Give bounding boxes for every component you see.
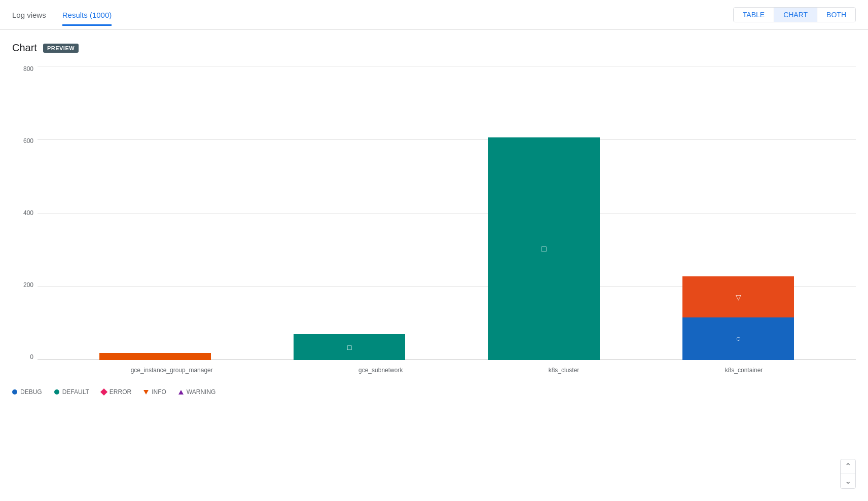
- chart-toggle-button[interactable]: CHART: [774, 8, 817, 22]
- y-label-400: 400: [23, 210, 33, 216]
- bar-segment-debug-k8s-container: ○: [682, 317, 794, 360]
- x-label-k8s-container: k8s_container: [725, 367, 763, 374]
- chart-legend: DEBUG DEFAULT ERROR INFO WARNING: [12, 380, 856, 400]
- y-label-800: 800: [23, 66, 33, 72]
- bar-group-gce-subnetwork: □: [294, 334, 405, 360]
- bar-icon-debug-k8s-container: ○: [736, 334, 741, 343]
- bar-stack-k8s-cluster: □: [488, 137, 600, 360]
- x-label-gce-instance: gce_instance_group_manager: [131, 367, 213, 374]
- y-label-200: 200: [23, 282, 33, 288]
- legend-debug-label: DEBUG: [20, 388, 42, 396]
- bar-group-gce-instance: [99, 353, 211, 360]
- legend-info: INFO: [143, 388, 166, 396]
- legend-info-label: INFO: [152, 388, 166, 396]
- legend-debug: DEBUG: [12, 388, 42, 396]
- bar-segment-info-gce-instance: [99, 353, 211, 360]
- both-toggle-button[interactable]: BOTH: [817, 8, 855, 22]
- scroll-indicator: ⌃ ⌄: [840, 459, 856, 489]
- log-views-label: Log views: [12, 11, 46, 26]
- chart-title: Chart: [12, 42, 37, 54]
- bar-segment-info-k8s-container: ▽: [682, 276, 794, 317]
- view-toggle: TABLE CHART BOTH: [733, 7, 856, 22]
- bars-container: □ □: [38, 66, 856, 360]
- bar-stack-gce-subnetwork: □: [294, 334, 405, 360]
- x-label-k8s-cluster: k8s_cluster: [549, 367, 580, 374]
- bar-group-k8s-container: ○ ▽: [682, 276, 794, 360]
- bar-segment-default-k8s-cluster: □: [488, 137, 600, 360]
- y-label-0: 0: [30, 354, 33, 360]
- legend-debug-dot: [12, 389, 17, 395]
- legend-error: ERROR: [101, 388, 131, 396]
- legend-error-diamond: [100, 388, 107, 396]
- chart-title-row: Chart PREVIEW: [12, 42, 856, 54]
- legend-error-label: ERROR: [110, 388, 131, 396]
- table-toggle-button[interactable]: TABLE: [734, 8, 774, 22]
- chart-area: □ □: [38, 66, 856, 380]
- bar-icon-default-gce-subnetwork: □: [347, 343, 351, 351]
- legend-default: DEFAULT: [54, 388, 89, 396]
- bar-segment-default-gce-subnetwork: □: [294, 334, 405, 360]
- chart-wrapper: 800 600 400 200 0: [12, 66, 856, 380]
- x-label-gce-subnetwork: gce_subnetwork: [358, 367, 403, 374]
- legend-default-dot: [54, 389, 59, 395]
- legend-warning: WARNING: [178, 388, 216, 396]
- top-bar: Log views Results (1000) TABLE CHART BOT…: [0, 0, 868, 30]
- results-tab[interactable]: Results (1000): [62, 11, 112, 26]
- main-content: Chart PREVIEW 800 600 400 200 0: [0, 30, 868, 400]
- scroll-up-button[interactable]: ⌃: [841, 459, 855, 474]
- scroll-down-button[interactable]: ⌄: [841, 474, 855, 488]
- legend-info-triangle: [143, 390, 149, 395]
- x-labels: gce_instance_group_manager gce_subnetwor…: [38, 360, 856, 380]
- legend-default-label: DEFAULT: [62, 388, 89, 396]
- y-axis: 800 600 400 200 0: [12, 66, 38, 380]
- legend-warning-label: WARNING: [187, 388, 216, 396]
- bar-icon-info-k8s-container: ▽: [736, 293, 741, 301]
- y-label-600: 600: [23, 138, 33, 144]
- chart-container: 800 600 400 200 0: [12, 66, 856, 400]
- legend-warning-triangle: [178, 390, 184, 395]
- bar-stack-k8s-container: ○ ▽: [682, 276, 794, 360]
- bar-group-k8s-cluster: □: [488, 137, 600, 360]
- bar-stack-gce-instance: [99, 353, 211, 360]
- preview-badge: PREVIEW: [43, 44, 79, 53]
- bar-icon-default-k8s-cluster: □: [541, 244, 547, 254]
